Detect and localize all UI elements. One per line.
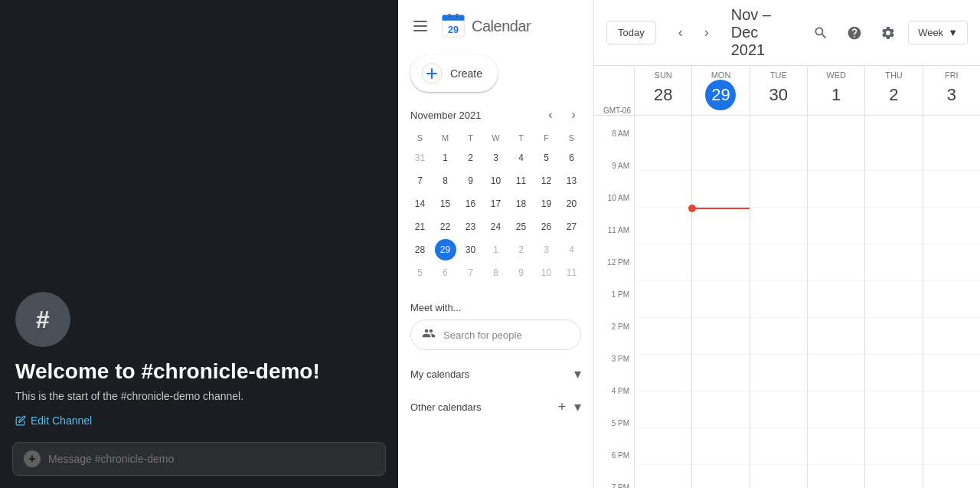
hour-cell[interactable]: [750, 428, 807, 465]
hour-cell[interactable]: [865, 355, 922, 391]
mini-day-23[interactable]: 23: [460, 216, 482, 237]
mini-cal-prev-button[interactable]: ‹: [540, 104, 561, 126]
cal-column-fri[interactable]: [923, 116, 980, 488]
message-input[interactable]: [48, 453, 374, 465]
mini-day-dec3[interactable]: 3: [536, 239, 557, 260]
hour-cell[interactable]: [635, 281, 691, 318]
other-calendars-add-icon[interactable]: +: [553, 398, 571, 416]
mini-day-4[interactable]: 4: [511, 147, 532, 169]
mini-day-28[interactable]: 28: [410, 239, 431, 260]
mini-day-30[interactable]: 30: [460, 239, 482, 260]
mini-day-15[interactable]: 15: [435, 193, 456, 215]
hour-cell[interactable]: [692, 244, 749, 281]
hour-cell[interactable]: [635, 244, 691, 281]
calendar-next-button[interactable]: ›: [694, 21, 719, 45]
hour-cell[interactable]: [865, 244, 922, 281]
hour-cell[interactable]: [808, 208, 864, 244]
hour-cell[interactable]: [750, 465, 807, 488]
hour-cell[interactable]: [808, 465, 864, 488]
hour-cell[interactable]: [923, 171, 980, 208]
mini-day-31[interactable]: 31: [410, 147, 431, 169]
hour-cell[interactable]: [923, 208, 980, 244]
hour-cell[interactable]: [692, 281, 749, 318]
mini-day-dec5[interactable]: 5: [410, 262, 431, 283]
mini-day-19[interactable]: 19: [536, 193, 557, 215]
mini-day-dec2[interactable]: 2: [511, 239, 532, 260]
mini-day-22[interactable]: 22: [435, 216, 456, 237]
hour-cell[interactable]: [865, 318, 922, 355]
hour-cell[interactable]: [923, 355, 980, 391]
create-button[interactable]: Create: [410, 55, 498, 92]
hour-cell[interactable]: [808, 318, 864, 355]
cal-column-thu[interactable]: [864, 116, 922, 488]
hour-cell[interactable]: [750, 134, 807, 171]
mini-day-dec8[interactable]: 8: [485, 262, 507, 283]
other-calendars-header[interactable]: Other calendars + ▾: [410, 395, 581, 419]
mini-day-dec7[interactable]: 7: [460, 262, 482, 283]
hour-cell[interactable]: [750, 281, 807, 318]
mini-day-dec4[interactable]: 4: [561, 239, 583, 260]
hour-cell[interactable]: [865, 428, 922, 465]
hour-cell[interactable]: [692, 318, 749, 355]
hour-cell[interactable]: [808, 134, 864, 171]
hour-cell[interactable]: [692, 355, 749, 391]
hour-cell[interactable]: [750, 391, 807, 428]
hour-cell[interactable]: [808, 355, 864, 391]
mini-day-11[interactable]: 11: [511, 170, 532, 192]
mini-day-dec6[interactable]: 6: [435, 262, 456, 283]
hour-cell[interactable]: [865, 281, 922, 318]
cal-column-wed[interactable]: [807, 116, 864, 488]
mini-day-16[interactable]: 16: [460, 193, 482, 215]
mini-day-8[interactable]: 8: [435, 170, 456, 192]
hour-cell[interactable]: [808, 244, 864, 281]
today-button[interactable]: Today: [606, 21, 656, 44]
hamburger-menu-button[interactable]: [410, 18, 430, 34]
cal-column-sun[interactable]: [634, 116, 691, 488]
hour-cell[interactable]: [635, 465, 691, 488]
hour-cell[interactable]: [750, 208, 807, 244]
hour-cell[interactable]: [865, 391, 922, 428]
mini-day-6[interactable]: 6: [561, 147, 583, 169]
hour-cell[interactable]: [923, 318, 980, 355]
mini-day-18[interactable]: 18: [511, 193, 532, 215]
mini-day-25[interactable]: 25: [511, 216, 532, 237]
hour-cell[interactable]: [808, 281, 864, 318]
hour-cell[interactable]: [750, 244, 807, 281]
hour-cell[interactable]: [692, 208, 749, 244]
mini-day-13[interactable]: 13: [561, 170, 583, 192]
hour-cell[interactable]: [692, 171, 749, 208]
hour-cell[interactable]: [865, 465, 922, 488]
mini-day-dec11[interactable]: 11: [561, 262, 583, 283]
view-selector-button[interactable]: Week ▼: [908, 21, 968, 44]
mini-day-20[interactable]: 20: [561, 193, 583, 215]
hour-cell[interactable]: [808, 171, 864, 208]
hour-cell[interactable]: [635, 318, 691, 355]
hour-cell[interactable]: [692, 428, 749, 465]
hour-cell[interactable]: [923, 465, 980, 488]
settings-button[interactable]: [874, 19, 902, 47]
mini-day-29-today[interactable]: 29: [435, 239, 456, 260]
hour-cell[interactable]: [808, 428, 864, 465]
hour-cell[interactable]: [865, 134, 922, 171]
hour-cell[interactable]: [865, 208, 922, 244]
calendar-prev-button[interactable]: ‹: [668, 21, 693, 45]
hour-cell[interactable]: [923, 428, 980, 465]
mini-day-14[interactable]: 14: [410, 193, 431, 215]
hour-cell[interactable]: [692, 465, 749, 488]
hour-cell[interactable]: [808, 391, 864, 428]
search-button[interactable]: [807, 19, 835, 47]
mini-day-10[interactable]: 10: [485, 170, 507, 192]
cal-column-mon[interactable]: [691, 116, 749, 488]
hour-cell[interactable]: [692, 391, 749, 428]
mini-day-dec9[interactable]: 9: [511, 262, 532, 283]
hour-cell[interactable]: [692, 134, 749, 171]
mini-day-7[interactable]: 7: [410, 170, 431, 192]
hour-cell[interactable]: [635, 355, 691, 391]
message-add-button[interactable]: +: [24, 450, 41, 467]
mini-day-dec10[interactable]: 10: [536, 262, 557, 283]
mini-day-12[interactable]: 12: [536, 170, 557, 192]
mini-day-3[interactable]: 3: [485, 147, 507, 169]
mini-day-26[interactable]: 26: [536, 216, 557, 237]
my-calendars-header[interactable]: My calendars ▾: [410, 362, 581, 385]
edit-channel-link[interactable]: Edit Channel: [15, 414, 383, 427]
